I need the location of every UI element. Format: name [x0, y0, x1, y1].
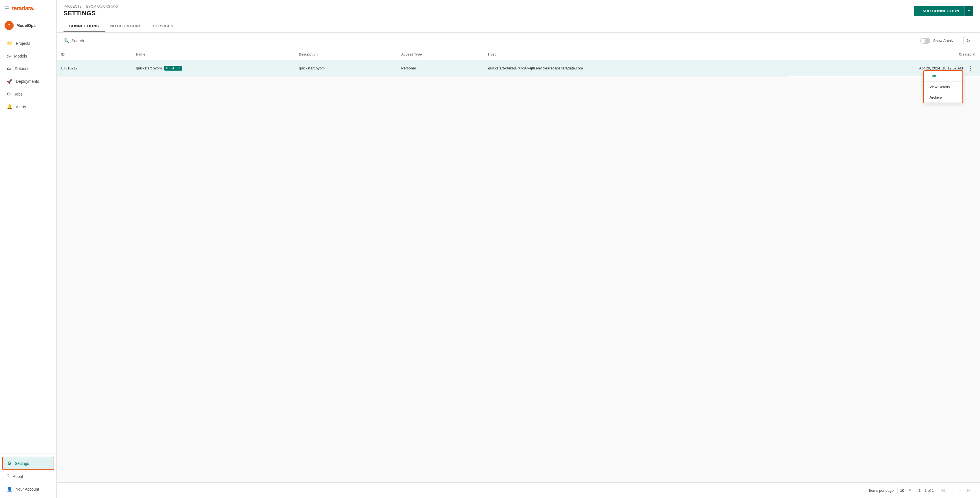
connections-table: ID Name Description Access Type Host Cre…	[57, 49, 980, 76]
col-description: Description	[294, 49, 397, 60]
cell-host: quickstart-c6n3g87uv36y4j8i.env.clearsca…	[484, 60, 788, 76]
page-info: 1 – 1 of 1	[918, 488, 934, 493]
page-title: SETTINGS	[64, 10, 119, 17]
cell-description: quickstart byom	[294, 60, 397, 76]
search-bar: 🔍 Show Archived ↻	[57, 33, 980, 49]
sidebar-item-jobs[interactable]: ⚙ Jobs	[2, 88, 54, 100]
sidebar-nav: 📁 Projects ◎ Models 🗂 Datasets 🚀 Deploym…	[0, 34, 56, 454]
pagination: Items per page: 10 25 50 100 1 – 1 of 1 …	[57, 482, 980, 498]
first-page-button[interactable]: ⏮	[939, 487, 947, 494]
sidebar-item-models[interactable]: ◎ Models	[2, 50, 54, 62]
search-input[interactable]	[72, 38, 156, 43]
projects-icon: 📁	[7, 41, 13, 46]
context-menu-view-details[interactable]: View Details	[924, 82, 963, 92]
col-created-at: Created at	[788, 49, 980, 60]
cell-name: quickstart byom DEFAULT	[131, 60, 294, 76]
sidebar-item-datasets-label: Datasets	[15, 66, 30, 71]
sidebar-item-alerts[interactable]: 🔔 Alerts	[2, 101, 54, 113]
breadcrumb: PROJECTS › BYOM QUICKSTART	[64, 5, 119, 8]
add-connection-button-group: + ADD CONNECTION ▾	[914, 6, 973, 16]
sidebar-item-jobs-label: Jobs	[14, 92, 23, 97]
about-icon: ?	[7, 474, 10, 479]
user-avatar: T	[5, 21, 14, 30]
datasets-icon: 🗂	[7, 66, 11, 71]
jobs-icon: ⚙	[7, 91, 11, 97]
col-name: Name	[131, 49, 294, 60]
items-per-page-label: Items per page:	[869, 488, 895, 493]
sidebar-item-deployments[interactable]: 🚀 Deployments	[2, 75, 54, 87]
cell-id: 87310717	[57, 60, 131, 76]
show-archived-wrap: Show Archived ↻	[920, 36, 973, 45]
tabs: CONNECTIONS NOTIFICATIONS SERVICES	[64, 21, 973, 32]
breadcrumb-separator: ›	[83, 5, 84, 8]
your-account-icon: 👤	[7, 486, 13, 492]
show-archived-label: Show Archived	[933, 38, 958, 43]
table: ID Name Description Access Type Host Cre…	[57, 49, 980, 76]
user-name: ModelOps	[16, 23, 36, 28]
table-body: 87310717 quickstart byom DEFAULT quickst…	[57, 60, 980, 76]
sidebar: ☰ teradata. T ModelOps 📁 Projects ◎ Mode…	[0, 0, 57, 498]
sidebar-item-settings-label: Settings	[15, 461, 29, 466]
hamburger-icon[interactable]: ☰	[5, 5, 9, 12]
sidebar-item-your-account-label: Your Account	[16, 487, 39, 492]
top-bar: PROJECTS › BYOM QUICKSTART SETTINGS + AD…	[57, 0, 980, 33]
default-badge: DEFAULT	[164, 66, 183, 71]
sidebar-item-alerts-label: Alerts	[16, 105, 26, 109]
tab-services[interactable]: SERVICES	[147, 21, 179, 32]
deployments-icon: 🚀	[7, 79, 13, 84]
context-menu: Edit View Details Archive	[923, 70, 963, 103]
page-size-select[interactable]: 10 25 50 100	[897, 487, 913, 494]
sidebar-item-about[interactable]: ? About	[2, 471, 54, 482]
table-header: ID Name Description Access Type Host Cre…	[57, 49, 980, 60]
tab-connections[interactable]: CONNECTIONS	[64, 21, 105, 32]
sidebar-item-deployments-label: Deployments	[16, 79, 39, 84]
refresh-button[interactable]: ↻	[963, 36, 973, 45]
table-row: 87310717 quickstart byom DEFAULT quickst…	[57, 60, 980, 76]
sidebar-item-projects-label: Projects	[16, 41, 30, 46]
search-icon: 🔍	[64, 38, 69, 43]
sidebar-item-models-label: Models	[14, 54, 27, 59]
settings-icon: ⚙	[7, 461, 11, 466]
logo: teradata.	[12, 5, 34, 12]
context-menu-edit[interactable]: Edit	[924, 71, 963, 82]
models-icon: ◎	[7, 53, 11, 59]
alerts-icon: 🔔	[7, 104, 13, 109]
tab-notifications[interactable]: NOTIFICATIONS	[105, 21, 148, 32]
context-menu-archive[interactable]: Archive	[924, 92, 963, 103]
cell-access-type: Personal	[397, 60, 484, 76]
col-id: ID	[57, 49, 131, 60]
add-connection-button[interactable]: + ADD CONNECTION	[914, 6, 964, 16]
breadcrumb-byom: BYOM QUICKSTART	[86, 5, 119, 8]
show-archived-toggle[interactable]	[920, 38, 931, 44]
search-wrap: 🔍	[64, 38, 920, 43]
breadcrumb-projects[interactable]: PROJECTS	[64, 5, 82, 8]
row-more-button[interactable]: ⋮	[965, 64, 975, 72]
sidebar-item-about-label: About	[13, 474, 23, 479]
sidebar-header: ☰ teradata.	[0, 0, 56, 17]
sidebar-item-datasets[interactable]: 🗂 Datasets	[2, 63, 54, 75]
sidebar-item-projects[interactable]: 📁 Projects	[2, 37, 54, 49]
last-page-button[interactable]: ⏭	[965, 487, 973, 494]
sidebar-item-your-account[interactable]: 👤 Your Account	[2, 483, 54, 495]
page-header: PROJECTS › BYOM QUICKSTART SETTINGS + AD…	[64, 5, 973, 17]
sidebar-item-settings[interactable]: ⚙ Settings	[2, 457, 54, 470]
main-content: PROJECTS › BYOM QUICKSTART SETTINGS + AD…	[57, 0, 980, 498]
add-connection-dropdown-button[interactable]: ▾	[964, 6, 973, 16]
sidebar-bottom: ⚙ Settings ? About 👤 Your Account	[0, 454, 56, 498]
content-area: 🔍 Show Archived ↻ ID Name Description Ac…	[57, 33, 980, 498]
col-host: Host	[484, 49, 788, 60]
prev-page-button[interactable]: ‹	[950, 487, 955, 494]
col-access-type: Access Type	[397, 49, 484, 60]
next-page-button[interactable]: ›	[958, 487, 963, 494]
sidebar-user-section: T ModelOps	[0, 17, 56, 34]
